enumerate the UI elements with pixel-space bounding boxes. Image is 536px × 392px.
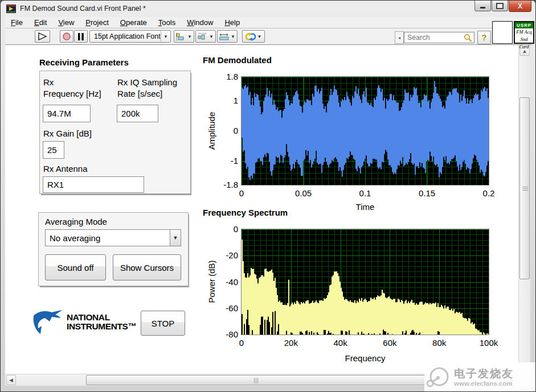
minimize-icon bbox=[480, 7, 485, 9]
close-button[interactable]: X bbox=[509, 1, 531, 12]
x-tick-label: 20k bbox=[275, 338, 307, 348]
y-tick-label: -1.8 bbox=[212, 180, 238, 189]
x-tick-label: 40k bbox=[325, 338, 357, 348]
fm-demodulated-title: FM Demodulated bbox=[203, 55, 272, 65]
menu-project[interactable]: Project bbox=[80, 18, 114, 27]
resize-objects-button[interactable]: ▼ bbox=[217, 30, 238, 43]
rx-antenna-label: Rx Antenna bbox=[43, 163, 88, 175]
menu-help[interactable]: Help bbox=[219, 18, 246, 27]
menu-edit[interactable]: Edit bbox=[28, 18, 52, 27]
menu-window[interactable]: Window bbox=[181, 18, 219, 27]
x-tick-label: 0.2 bbox=[473, 188, 505, 198]
restore-button[interactable] bbox=[492, 1, 508, 11]
menu-operate[interactable]: Operate bbox=[114, 18, 153, 27]
x-tick-label: 100k bbox=[473, 338, 505, 348]
watermark-url: www.elecfans.com bbox=[454, 380, 514, 387]
distribute-objects-icon bbox=[198, 33, 207, 40]
vertical-scroll-thumb[interactable] bbox=[519, 97, 530, 279]
pause-button[interactable] bbox=[74, 30, 88, 43]
rx-iq-rate-input[interactable] bbox=[117, 105, 158, 122]
pause-icon bbox=[78, 33, 84, 40]
context-help-button[interactable]: ? bbox=[477, 31, 491, 44]
x-tick-label: 80k bbox=[423, 338, 455, 348]
ni-logo: NATIONAL INSTRUMENTS™ bbox=[32, 309, 137, 335]
y-tick-label: -1 bbox=[212, 156, 238, 166]
y-tick-label: 0 bbox=[212, 224, 238, 234]
x-tick-label: 0.1 bbox=[349, 188, 381, 198]
search-collapse-button[interactable]: ◂ bbox=[395, 31, 404, 44]
elecfans-logo-icon bbox=[424, 364, 452, 391]
vi-icon-blank-pane bbox=[492, 21, 513, 44]
y-tick-label: 0 bbox=[212, 126, 238, 135]
run-button[interactable] bbox=[35, 30, 50, 43]
run-arrow-icon bbox=[38, 32, 47, 40]
distribute-objects-button[interactable]: ▼ bbox=[195, 30, 216, 43]
stop-button[interactable]: STOP bbox=[141, 311, 185, 336]
watermark: 电子发烧友 www.elecfans.com bbox=[424, 362, 536, 392]
menu-file[interactable]: File bbox=[5, 18, 28, 27]
rx-frequency-label: Rx Frequency [Hz] bbox=[43, 77, 101, 100]
rx-gain-label: Rx Gain [dB] bbox=[43, 128, 92, 139]
labview-front-panel-window: FM Demod Sound Card.vi Front Panel * X F… bbox=[0, 0, 536, 392]
y-tick-label: -20 bbox=[212, 250, 238, 260]
menu-view[interactable]: View bbox=[52, 18, 80, 27]
averaging-mode-select[interactable]: No averaging ▼ bbox=[45, 229, 181, 246]
resize-objects-icon bbox=[219, 33, 229, 40]
y-tick-label: -40 bbox=[212, 277, 238, 287]
vi-document-icon bbox=[6, 5, 16, 13]
ni-eagle-icon bbox=[32, 309, 64, 335]
menubar: File Edit View Project Operate Tools Win… bbox=[5, 17, 532, 28]
titlebar: FM Demod Sound Card.vi Front Panel * X bbox=[1, 1, 535, 16]
scroll-left-button[interactable]: ◀ bbox=[6, 375, 16, 385]
grip-icon bbox=[256, 378, 256, 383]
ni-logo-line1: NATIONAL bbox=[67, 313, 137, 322]
abort-button[interactable] bbox=[60, 30, 73, 43]
vi-icon[interactable]: USRP FM Acq Snd Card bbox=[514, 21, 534, 44]
vi-icon-header: USRP bbox=[515, 22, 533, 28]
frequency-spectrum-plot bbox=[241, 229, 489, 335]
averaging-mode-label: Averaging Mode bbox=[45, 216, 107, 228]
vi-icon-line1: FM Acq bbox=[515, 28, 533, 36]
y-tick-label: 1.8 bbox=[212, 72, 238, 81]
minimize-button[interactable] bbox=[474, 1, 491, 11]
x-tick-label: 0.05 bbox=[288, 188, 320, 198]
vi-icon-line2: Snd Card bbox=[515, 36, 533, 51]
rx-antenna-input[interactable] bbox=[43, 176, 144, 193]
rx-frequency-input[interactable] bbox=[43, 105, 91, 122]
rx-iq-rate-label: Rx IQ Sampling Rate [s/sec] bbox=[117, 77, 177, 100]
watermark-cn-text: 电子发烧友 bbox=[454, 368, 514, 380]
window-title: FM Demod Sound Card.vi Front Panel * bbox=[20, 5, 146, 13]
x-tick-label: 0 bbox=[226, 188, 257, 198]
reorder-icon bbox=[246, 32, 256, 41]
fm-demodulated-plot bbox=[241, 76, 489, 185]
align-objects-icon bbox=[176, 33, 186, 40]
spectrum-xlabel: Frequency bbox=[242, 353, 489, 363]
rx-gain-input[interactable] bbox=[43, 141, 64, 159]
menu-tools[interactable]: Tools bbox=[153, 18, 181, 27]
horizontal-scroll-thumb[interactable] bbox=[86, 375, 425, 385]
chevron-down-icon: ▼ bbox=[187, 34, 192, 39]
restore-icon bbox=[496, 3, 504, 9]
y-tick-label: -80 bbox=[212, 329, 238, 339]
grip-icon bbox=[522, 188, 528, 189]
toolbar: 15pt Application Font ▼ ▼ ▼ ▼ bbox=[5, 28, 532, 45]
align-objects-button[interactable]: ▼ bbox=[174, 30, 194, 43]
chevron-down-icon: ▼ bbox=[161, 31, 170, 42]
x-tick-label: 0.15 bbox=[411, 188, 443, 198]
chevron-down-icon: ▼ bbox=[231, 34, 235, 39]
sound-off-button[interactable]: Sound off bbox=[45, 254, 106, 280]
ni-logo-line2: INSTRUMENTS™ bbox=[67, 322, 137, 331]
help-icon: ? bbox=[482, 33, 487, 42]
x-tick-label: 60k bbox=[374, 338, 406, 348]
show-cursors-button[interactable]: Show Cursors bbox=[113, 254, 181, 280]
x-tick-label: 0 bbox=[226, 338, 257, 348]
close-icon: X bbox=[518, 2, 522, 10]
chevron-down-icon: ▼ bbox=[170, 230, 181, 246]
font-selector[interactable]: 15pt Application Font ▼ bbox=[89, 30, 171, 43]
vertical-scrollbar[interactable]: ▲ ▼ bbox=[518, 45, 530, 385]
averaging-mode-value: No averaging bbox=[46, 233, 170, 243]
receiving-parameters-title: Receiving Parameters bbox=[39, 57, 129, 67]
font-selector-label: 15pt Application Font bbox=[90, 32, 161, 40]
frequency-spectrum-title: Frequency Spectrum bbox=[203, 208, 288, 217]
reorder-objects-button[interactable]: ▼ bbox=[242, 30, 265, 43]
